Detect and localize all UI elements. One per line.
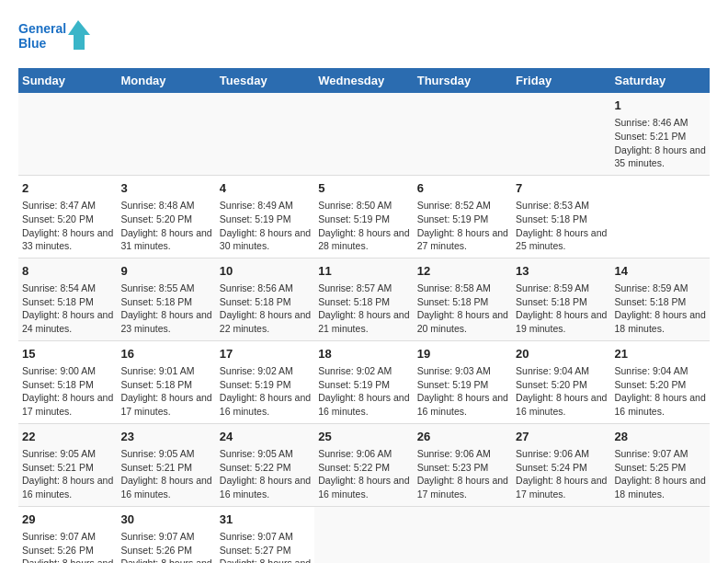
- sunrise-text: Sunrise: 8:47 AM: [22, 199, 113, 213]
- calendar-cell: [117, 93, 215, 175]
- logo-svg: General Blue: [18, 18, 92, 59]
- day-number: 1: [615, 98, 706, 114]
- calendar-cell: [512, 93, 610, 175]
- sunrise-text: Sunrise: 9:07 AM: [120, 530, 211, 544]
- calendar-cell: 2Sunrise: 8:47 AMSunset: 5:20 PMDaylight…: [18, 175, 117, 258]
- calendar-cell: 13Sunrise: 8:59 AMSunset: 5:18 PMDayligh…: [512, 258, 610, 340]
- sunrise-text: Sunrise: 8:57 AM: [318, 282, 409, 295]
- calendar-cell: 20Sunrise: 9:04 AMSunset: 5:20 PMDayligh…: [512, 340, 610, 423]
- calendar-cell: [18, 93, 117, 175]
- sunrise-text: Sunrise: 8:55 AM: [120, 282, 211, 295]
- day-number: 16: [120, 346, 211, 362]
- daylight-text: Daylight: 8 hours and 20 minutes.: [220, 557, 311, 563]
- calendar-cell: [414, 93, 512, 175]
- sunset-text: Sunset: 5:21 PM: [120, 461, 211, 475]
- calendar-cell: 7Sunrise: 8:53 AMSunset: 5:18 PMDaylight…: [512, 175, 610, 258]
- day-number: 9: [120, 263, 211, 280]
- day-number: 23: [120, 429, 211, 445]
- sunrise-text: Sunrise: 8:52 AM: [417, 199, 508, 213]
- day-number: 6: [417, 180, 508, 197]
- daylight-text: Daylight: 8 hours and 16 minutes.: [516, 391, 607, 418]
- daylight-text: Daylight: 8 hours and 17 minutes.: [516, 474, 607, 500]
- daylight-text: Daylight: 8 hours and 27 minutes.: [417, 226, 508, 253]
- daylight-text: Daylight: 8 hours and 16 minutes.: [318, 474, 409, 500]
- calendar-cell: 9Sunrise: 8:55 AMSunset: 5:18 PMDaylight…: [117, 258, 215, 340]
- day-number: 19: [417, 346, 508, 362]
- calendar-cell: [414, 506, 512, 563]
- calendar-cell: 27Sunrise: 9:06 AMSunset: 5:24 PMDayligh…: [512, 423, 610, 506]
- day-number: 13: [516, 263, 607, 280]
- sunrise-text: Sunrise: 9:02 AM: [318, 364, 409, 378]
- daylight-text: Daylight: 8 hours and 18 minutes.: [615, 474, 706, 500]
- sunset-text: Sunset: 5:18 PM: [120, 378, 211, 392]
- sunset-text: Sunset: 5:21 PM: [22, 461, 113, 475]
- column-header-thursday: Thursday: [414, 68, 512, 93]
- calendar-cell: 26Sunrise: 9:06 AMSunset: 5:23 PMDayligh…: [414, 423, 512, 506]
- daylight-text: Daylight: 8 hours and 23 minutes.: [120, 308, 211, 335]
- week-row-4: 15Sunrise: 9:00 AMSunset: 5:18 PMDayligh…: [18, 340, 710, 423]
- calendar-cell: 16Sunrise: 9:01 AMSunset: 5:18 PMDayligh…: [117, 340, 215, 423]
- sunrise-text: Sunrise: 8:56 AM: [220, 282, 311, 295]
- sunrise-text: Sunrise: 9:06 AM: [417, 447, 508, 461]
- svg-text:General: General: [18, 21, 66, 36]
- day-number: 14: [615, 263, 706, 280]
- calendar-cell: [512, 506, 610, 563]
- daylight-text: Daylight: 8 hours and 16 minutes.: [318, 391, 409, 418]
- calendar-cell: 15Sunrise: 9:00 AMSunset: 5:18 PMDayligh…: [18, 340, 117, 423]
- sunset-text: Sunset: 5:18 PM: [22, 295, 113, 309]
- sunset-text: Sunset: 5:22 PM: [318, 461, 409, 475]
- sunrise-text: Sunrise: 8:58 AM: [417, 282, 508, 295]
- week-row-3: 8Sunrise: 8:54 AMSunset: 5:18 PMDaylight…: [18, 258, 710, 340]
- sunset-text: Sunset: 5:20 PM: [120, 213, 211, 226]
- sunset-text: Sunset: 5:18 PM: [120, 295, 211, 309]
- sunset-text: Sunset: 5:26 PM: [22, 544, 113, 557]
- sunset-text: Sunset: 5:19 PM: [417, 213, 508, 226]
- column-header-sunday: Sunday: [18, 68, 117, 93]
- daylight-text: Daylight: 8 hours and 19 minutes.: [516, 308, 607, 335]
- svg-marker-2: [68, 20, 90, 50]
- sunrise-text: Sunrise: 9:05 AM: [120, 447, 211, 461]
- sunrise-text: Sunrise: 8:46 AM: [615, 116, 706, 130]
- calendar-cell: 12Sunrise: 8:58 AMSunset: 5:18 PMDayligh…: [414, 258, 512, 340]
- sunrise-text: Sunrise: 8:59 AM: [615, 282, 706, 295]
- daylight-text: Daylight: 8 hours and 17 minutes.: [120, 391, 211, 418]
- day-number: 22: [22, 429, 113, 445]
- week-row-5: 22Sunrise: 9:05 AMSunset: 5:21 PMDayligh…: [18, 423, 710, 506]
- calendar-cell: 1Sunrise: 8:46 AMSunset: 5:21 PMDaylight…: [611, 93, 710, 175]
- column-header-saturday: Saturday: [611, 68, 710, 93]
- daylight-text: Daylight: 8 hours and 18 minutes.: [22, 557, 113, 563]
- day-number: 25: [318, 429, 409, 445]
- sunset-text: Sunset: 5:19 PM: [417, 378, 508, 392]
- daylight-text: Daylight: 8 hours and 22 minutes.: [220, 308, 311, 335]
- calendar-cell: 4Sunrise: 8:49 AMSunset: 5:19 PMDaylight…: [216, 175, 314, 258]
- calendar-cell: 23Sunrise: 9:05 AMSunset: 5:21 PMDayligh…: [117, 423, 215, 506]
- calendar-cell: 30Sunrise: 9:07 AMSunset: 5:26 PMDayligh…: [117, 506, 215, 563]
- calendar-cell: 31Sunrise: 9:07 AMSunset: 5:27 PMDayligh…: [216, 506, 314, 563]
- sunset-text: Sunset: 5:18 PM: [417, 295, 508, 309]
- daylight-text: Daylight: 8 hours and 28 minutes.: [318, 226, 409, 253]
- svg-text:Blue: Blue: [18, 36, 47, 51]
- column-header-wednesday: Wednesday: [314, 68, 413, 93]
- sunrise-text: Sunrise: 9:07 AM: [615, 447, 706, 461]
- sunrise-text: Sunrise: 8:53 AM: [516, 199, 607, 213]
- calendar-cell: 22Sunrise: 9:05 AMSunset: 5:21 PMDayligh…: [18, 423, 117, 506]
- day-number: 20: [516, 346, 607, 362]
- sunrise-text: Sunrise: 9:04 AM: [615, 364, 706, 378]
- sunrise-text: Sunrise: 9:03 AM: [417, 364, 508, 378]
- daylight-text: Daylight: 8 hours and 24 minutes.: [22, 308, 113, 335]
- column-header-monday: Monday: [117, 68, 215, 93]
- day-number: 3: [120, 180, 211, 197]
- page-header: General Blue: [18, 18, 710, 59]
- logo: General Blue: [18, 18, 92, 59]
- daylight-text: Daylight: 8 hours and 33 minutes.: [22, 226, 113, 253]
- daylight-text: Daylight: 8 hours and 35 minutes.: [615, 144, 706, 170]
- sunset-text: Sunset: 5:18 PM: [516, 295, 607, 309]
- calendar-cell: 18Sunrise: 9:02 AMSunset: 5:19 PMDayligh…: [314, 340, 413, 423]
- daylight-text: Daylight: 8 hours and 18 minutes.: [615, 308, 706, 335]
- calendar-cell: [314, 93, 413, 175]
- calendar-cell: [216, 93, 314, 175]
- calendar-table: SundayMondayTuesdayWednesdayThursdayFrid…: [18, 68, 710, 563]
- sunrise-text: Sunrise: 8:48 AM: [120, 199, 211, 213]
- day-number: 10: [220, 263, 311, 280]
- sunset-text: Sunset: 5:26 PM: [120, 544, 211, 557]
